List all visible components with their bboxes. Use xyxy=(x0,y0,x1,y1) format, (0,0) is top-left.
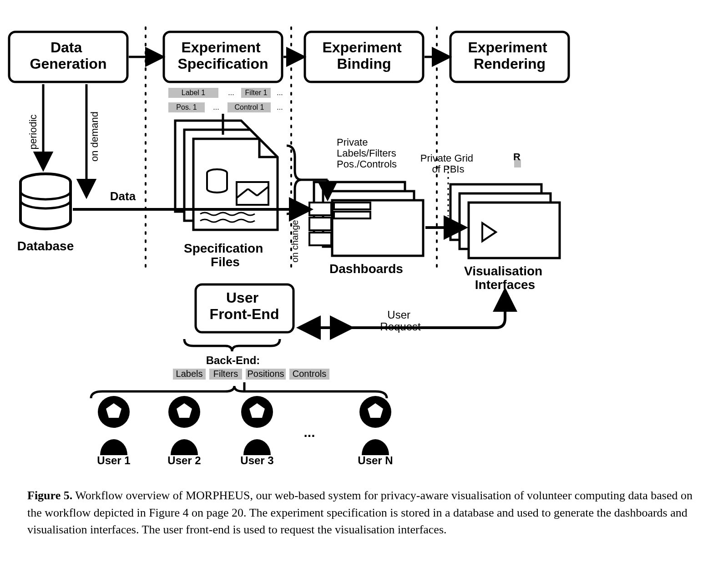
user-icon: User 2 xyxy=(167,396,201,467)
render-frontend-arrow: User Request xyxy=(300,291,505,333)
svg-rect-21 xyxy=(309,218,331,230)
users-row: User 1 User 2 User 3 ... xyxy=(97,396,393,467)
userN-label: User N xyxy=(358,454,393,467)
visualisations-label: Visualisation Interfaces xyxy=(464,264,546,292)
user-icon: User 3 xyxy=(240,396,273,467)
user-frontend-box: User Front-End xyxy=(196,284,293,332)
experiment-binding-box: Experiment Binding xyxy=(305,32,423,82)
users-brace xyxy=(91,386,387,398)
user1-label: User 1 xyxy=(97,454,130,467)
sublabel-pos1: Pos. 1 xyxy=(176,103,197,111)
backend-controls: Controls xyxy=(293,369,326,379)
user3-label: User 3 xyxy=(240,454,273,467)
data-arrow-label: Data xyxy=(110,189,136,203)
svg-rect-23 xyxy=(334,203,370,209)
spec-files-label: Specification Files xyxy=(184,241,267,269)
spec-arrow-label: Private Labels/Filters Pos./Controls xyxy=(337,137,399,170)
backend-brace: Back-End: Labels Filters Positions Contr… xyxy=(173,339,329,380)
backend-labels: Labels xyxy=(176,369,203,379)
backend-header: Back-End: xyxy=(206,354,260,366)
sublabel-label1: Label 1 xyxy=(182,89,206,96)
arrow-label-periodic: periodic xyxy=(27,114,39,149)
user-icon: User 1 xyxy=(97,396,130,467)
specification-files-icon: Specification Files xyxy=(175,121,278,269)
database-label: Database xyxy=(17,239,74,253)
experiment-rendering-box: Experiment Rendering xyxy=(450,32,569,82)
sublabel-ellipsis3: ... xyxy=(213,103,219,111)
figure-caption-prefix: Figure 5. xyxy=(27,489,72,502)
figure-caption-body: Workflow overview of MORPHEUS, our web-b… xyxy=(27,489,693,536)
sublabel-control1: Control 1 xyxy=(235,103,264,111)
database-icon: Database xyxy=(17,174,74,253)
svg-rect-24 xyxy=(334,212,370,218)
user-icon: User N xyxy=(358,396,393,467)
visualisations-icon: R Visualisation Interfaces xyxy=(450,151,560,292)
svg-rect-20 xyxy=(309,203,331,215)
render-frontend-label: User Request xyxy=(380,309,421,333)
experiment-rendering-label: Experiment Rendering xyxy=(468,39,551,72)
experiment-specification-box: Experiment Specification xyxy=(164,32,282,82)
binding-arrow-label: Private Grid of PBIs xyxy=(420,152,476,175)
sublabel-ellipsis2: ... xyxy=(277,89,283,96)
data-generation-box: Data Generation xyxy=(9,32,127,82)
sublabel-ellipsis4: ... xyxy=(277,103,283,111)
sublabel-filter1: Filter 1 xyxy=(245,89,268,96)
on-change-label: on change xyxy=(290,220,300,262)
user2-label: User 2 xyxy=(167,454,201,467)
experiment-specification-label: Experiment Specification xyxy=(177,39,268,72)
backend-filters: Filters xyxy=(213,369,238,379)
dashboards-label: Dashboards xyxy=(329,262,403,276)
sublabel-ellipsis1: ... xyxy=(228,89,234,96)
svg-rect-22 xyxy=(309,233,331,245)
figure-caption: Figure 5. Workflow overview of MORPHEUS,… xyxy=(27,487,701,564)
backend-positions: Positions xyxy=(247,369,284,379)
user-ellipsis: ... xyxy=(303,425,315,440)
arrow-label-ondemand: on demand xyxy=(89,112,100,162)
spec-sublabels: Label 1 ... Filter 1 ... Pos. 1 ... Cont… xyxy=(168,88,283,112)
rec-text: R xyxy=(513,151,521,162)
morpheus-architecture-diagram: Data Generation Experiment Specification… xyxy=(0,0,728,568)
